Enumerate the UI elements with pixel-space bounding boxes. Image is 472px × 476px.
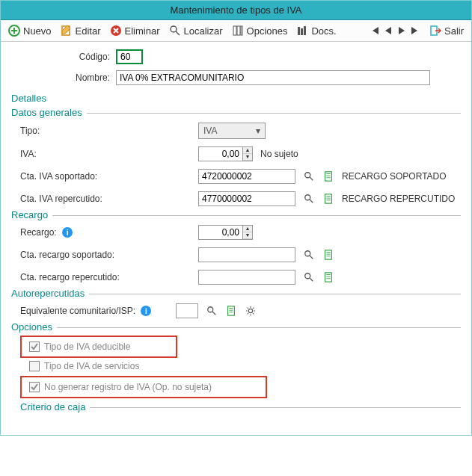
document-icon[interactable]	[322, 249, 334, 261]
localizar-button[interactable]: Localizar	[169, 25, 223, 37]
nav-next-button[interactable]	[396, 25, 407, 36]
search-icon[interactable]	[303, 249, 315, 261]
svg-rect-6	[241, 26, 242, 35]
iva-label: IVA:	[11, 149, 161, 159]
no-generar-checkbox[interactable]	[29, 382, 40, 392]
no-generar-label: No generar registro de IVA (Op. no sujet…	[44, 382, 212, 392]
autorepercutidas-group: Autorepercutidas Equivalente comunitario…	[11, 294, 461, 318]
tipo-dropdown[interactable]: IVA ▾	[198, 123, 266, 139]
chevron-down-icon: ▾	[256, 126, 260, 136]
codigo-input[interactable]	[116, 49, 143, 64]
nav-prev-button[interactable]	[383, 25, 393, 36]
svg-point-8	[305, 173, 310, 178]
nav-first-button[interactable]	[370, 25, 380, 36]
cta-repercutido-label: Cta. IVA repercutido:	[11, 194, 161, 204]
window-title: Mantenimiento de tipos de IVA	[1, 1, 471, 20]
svg-point-14	[305, 273, 310, 279]
svg-rect-15	[325, 273, 332, 282]
cta-soportado-input[interactable]	[198, 169, 295, 184]
equivalente-input[interactable]	[176, 303, 198, 318]
search-icon[interactable]	[206, 305, 218, 317]
svg-point-10	[305, 195, 310, 200]
recargo-repercutido-label: RECARGO REPERCUTIDO	[342, 194, 455, 204]
iva-spinner[interactable]: ▲▼	[243, 146, 253, 161]
cta-repercutido-input[interactable]	[198, 191, 295, 206]
nombre-label: Nombre:	[49, 72, 116, 83]
opciones-group: Opciones Tipo de IVA deducible Tipo de I…	[11, 327, 461, 398]
svg-rect-11	[325, 194, 332, 203]
cta-rec-repercutido-label: Cta. recargo repercutido:	[11, 272, 161, 282]
equivalente-label: Equivalente comunitario/ISP: i	[11, 306, 176, 317]
recargo-spinner[interactable]: ▲▼	[243, 225, 253, 240]
search-icon[interactable]	[303, 271, 315, 283]
criterio-caja-group: Criterio de caja	[20, 407, 461, 423]
search-icon[interactable]	[303, 170, 315, 182]
document-icon[interactable]	[322, 170, 334, 182]
gear-icon[interactable]	[245, 305, 257, 317]
search-icon[interactable]	[303, 193, 315, 205]
cta-rec-repercutido-input[interactable]	[198, 270, 295, 285]
iva-status: No sujeto	[260, 149, 298, 159]
nav-last-button[interactable]	[410, 25, 420, 36]
svg-rect-9	[325, 172, 332, 181]
info-icon[interactable]: i	[62, 227, 73, 238]
document-icon[interactable]	[225, 305, 237, 317]
svg-point-18	[248, 309, 252, 312]
opciones-button[interactable]: Opciones	[232, 25, 288, 37]
servicios-label: Tipo de IVA de servicios	[44, 361, 139, 371]
recargo-input[interactable]	[198, 225, 243, 240]
cta-rec-soportado-input[interactable]	[198, 247, 295, 262]
svg-point-16	[208, 307, 213, 312]
cta-soportado-label: Cta. IVA soportado:	[11, 171, 161, 182]
svg-rect-17	[228, 306, 235, 315]
datos-generales-group: Datos generales Tipo: IVA ▾ IVA: ▲▼ No s…	[11, 113, 461, 206]
eliminar-button[interactable]: Eliminar	[110, 25, 160, 37]
svg-rect-4	[233, 26, 236, 35]
iva-input[interactable]	[198, 146, 243, 161]
salir-button[interactable]: Salir	[429, 25, 464, 37]
svg-rect-5	[237, 26, 240, 35]
servicios-checkbox[interactable]	[29, 361, 40, 371]
info-icon[interactable]: i	[141, 306, 151, 316]
codigo-label: Código:	[49, 52, 116, 62]
cta-rec-soportado-label: Cta. recargo soportado:	[11, 250, 161, 260]
docs-button[interactable]: Docs.	[296, 25, 336, 37]
toolbar: Nuevo Editar Eliminar Localizar Opciones…	[1, 20, 471, 42]
recargo-soportado-label: RECARGO SOPORTADO	[342, 171, 447, 182]
deducible-label: Tipo de IVA deducible	[44, 341, 130, 352]
tipo-label: Tipo:	[11, 126, 161, 136]
svg-point-3	[171, 26, 177, 32]
nuevo-button[interactable]: Nuevo	[8, 25, 52, 37]
document-icon[interactable]	[322, 271, 334, 283]
document-icon[interactable]	[322, 193, 334, 205]
editar-button[interactable]: Editar	[61, 25, 101, 37]
recargo-label: Recargo: i	[11, 227, 161, 238]
detalles-title: Detalles	[11, 93, 461, 104]
svg-rect-13	[325, 250, 332, 259]
nombre-input[interactable]	[116, 70, 430, 85]
recargo-group: Recargo Recargo: i ▲▼ Cta. recargo sopor…	[11, 215, 461, 285]
deducible-checkbox[interactable]	[29, 341, 40, 352]
svg-point-12	[305, 251, 310, 256]
